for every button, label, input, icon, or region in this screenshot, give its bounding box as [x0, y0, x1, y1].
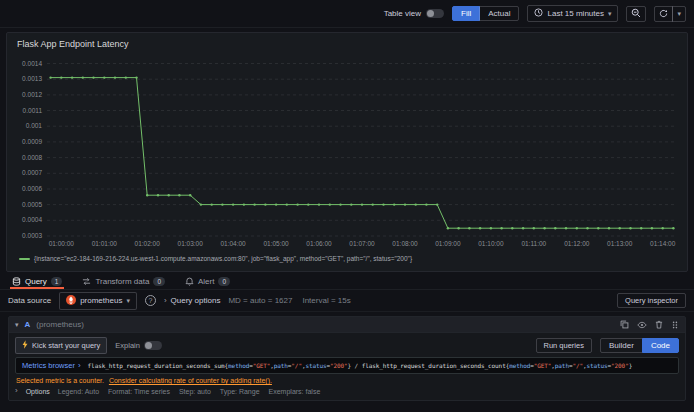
bell-icon	[185, 277, 194, 286]
query-options-label: Query options	[171, 296, 221, 305]
svg-text:0.0012: 0.0012	[22, 91, 42, 98]
builder-code-toggle: Builder Code	[600, 338, 679, 353]
svg-text:0.0007: 0.0007	[22, 169, 42, 176]
explain-toggle-group: Explain	[115, 341, 162, 350]
latency-chart[interactable]: 0.00140.00130.00120.00110.0010.00090.000…	[13, 52, 679, 250]
svg-text:01:04:00: 01:04:00	[220, 240, 246, 247]
refresh-button-group: ▾	[654, 6, 686, 22]
svg-text:0.0014: 0.0014	[22, 60, 42, 67]
fill-button[interactable]: Fill	[452, 6, 480, 21]
query-row-header[interactable]: ▾ A (prometheus)	[9, 317, 685, 333]
chart-legend[interactable]: {instance="ec2-184-169-216-224.us-west-1…	[13, 255, 681, 262]
svg-text:01:03:00: 01:03:00	[178, 240, 204, 247]
svg-text:0.0011: 0.0011	[23, 107, 43, 114]
run-queries-button[interactable]: Run queries	[536, 338, 592, 353]
panel-editor-topbar: Table view Fill Actual Last 15 minutes ▾…	[0, 0, 694, 28]
builder-mode-button[interactable]: Builder	[600, 338, 643, 353]
query-options-toggle[interactable]: › Query options	[164, 296, 220, 305]
refresh-interval-dropdown[interactable]: ▾	[672, 6, 686, 22]
legend-series-label: {instance="ec2-184-169-216-224.us-west-1…	[34, 255, 412, 262]
query-row-actions	[620, 320, 679, 329]
panel-title: Flask App Endpoint Latency	[13, 37, 681, 52]
remove-query-icon[interactable]	[655, 320, 663, 329]
query-inspector-button[interactable]: Query inspector	[617, 293, 686, 308]
time-range-picker[interactable]: Last 15 minutes ▾	[527, 5, 618, 22]
prometheus-icon	[66, 295, 76, 307]
tab-transform-data[interactable]: Transform data0	[80, 277, 167, 289]
chevron-right-icon: ›	[15, 387, 18, 395]
kick-start-label: Kick start your query	[32, 341, 100, 350]
svg-text:01:14:00: 01:14:00	[650, 240, 676, 247]
counter-warning: Selected metric is a counter. Consider c…	[15, 377, 679, 384]
zoom-out-button[interactable]	[626, 6, 646, 22]
drag-handle-icon[interactable]	[671, 321, 679, 329]
warning-rate-link[interactable]: Consider calculating rate of counter by …	[109, 377, 272, 384]
chevron-down-icon: ▾	[608, 10, 612, 17]
bolt-icon	[22, 340, 28, 351]
refresh-button[interactable]	[654, 6, 673, 22]
tab-label: Transform data	[95, 277, 149, 286]
svg-text:0.0004: 0.0004	[22, 216, 42, 223]
options-summary: Legend: AutoFormat: Time seriesStep: aut…	[58, 388, 330, 395]
explain-switch[interactable]	[144, 341, 162, 350]
query-options-summary-item: MD = auto = 1627	[228, 296, 292, 305]
query-datasource-hint: (prometheus)	[36, 320, 84, 329]
promql-expression[interactable]: flask_http_request_duration_seconds_sum{…	[88, 362, 633, 369]
svg-text:01:10:00: 01:10:00	[478, 240, 504, 247]
svg-text:01:12:00: 01:12:00	[564, 240, 590, 247]
svg-text:01:06:00: 01:06:00	[306, 240, 332, 247]
query-ref-id: A	[25, 320, 31, 329]
database-icon	[12, 277, 21, 286]
tab-label: Query	[25, 277, 47, 286]
svg-text:0.0009: 0.0009	[22, 138, 42, 145]
explain-label: Explain	[115, 341, 140, 350]
svg-text:01:05:00: 01:05:00	[263, 240, 289, 247]
svg-text:01:11:00: 01:11:00	[521, 240, 546, 247]
query-options-summary-item: Interval = 15s	[302, 296, 350, 305]
refresh-icon	[659, 6, 668, 21]
tab-count-badge: 1	[51, 277, 63, 286]
duplicate-query-icon[interactable]	[620, 320, 629, 329]
svg-text:0.0008: 0.0008	[22, 154, 42, 161]
svg-text:0.001: 0.001	[26, 122, 43, 129]
chevron-right-icon: ›	[78, 362, 81, 370]
svg-text:0.0013: 0.0013	[22, 75, 42, 82]
search-minus-icon	[631, 6, 641, 21]
svg-text:0.0005: 0.0005	[22, 201, 42, 208]
hide-query-icon[interactable]	[637, 321, 647, 329]
tab-label: Alert	[198, 277, 214, 286]
svg-text:01:01:00: 01:01:00	[92, 240, 118, 247]
datasource-bar: Data source prometheus ▾ ? › Query optio…	[0, 290, 694, 312]
tab-count-badge: 0	[218, 277, 230, 286]
svg-text:01:13:00: 01:13:00	[607, 240, 633, 247]
table-view-switch[interactable]	[426, 9, 444, 18]
datasource-picker[interactable]: prometheus ▾	[59, 292, 137, 310]
svg-text:01:02:00: 01:02:00	[135, 240, 161, 247]
metrics-browser-label: Metrics browser	[22, 361, 75, 370]
svg-text:0.0006: 0.0006	[22, 185, 42, 192]
actual-button[interactable]: Actual	[479, 6, 519, 21]
tab-query[interactable]: Query1	[10, 277, 64, 289]
tab-count-badge: 0	[153, 277, 165, 286]
code-mode-button[interactable]: Code	[642, 338, 679, 353]
svg-text:0.0003: 0.0003	[22, 232, 42, 239]
datasource-help-icon[interactable]: ?	[145, 295, 156, 306]
table-view-toggle-group: Table view	[384, 9, 444, 18]
query-code-editor[interactable]: Metrics browser › flask_http_request_dur…	[15, 357, 679, 374]
editor-tabs: Query1Transform data0Alert0	[0, 272, 694, 290]
collapse-icon[interactable]: ▾	[15, 321, 19, 328]
query-options-summary: MD = auto = 1627Interval = 15s	[228, 296, 350, 305]
legend-series-swatch	[19, 258, 30, 260]
svg-text:01:09:00: 01:09:00	[435, 240, 461, 247]
query-editor-body: Kick start your query Explain Run querie…	[9, 333, 685, 400]
query-toolbar: Kick start your query Explain Run querie…	[15, 337, 679, 354]
tab-alert[interactable]: Alert0	[183, 277, 232, 289]
metrics-browser-toggle[interactable]: Metrics browser ›	[22, 361, 81, 370]
svg-text:01:08:00: 01:08:00	[392, 240, 418, 247]
transform-icon	[82, 277, 91, 286]
options-label: Options	[26, 388, 50, 395]
chevron-right-icon: ›	[164, 297, 167, 305]
kick-start-button[interactable]: Kick start your query	[15, 337, 107, 354]
datasource-name: prometheus	[80, 296, 122, 305]
query-options-row[interactable]: › Options Legend: AutoFormat: Time serie…	[15, 387, 679, 395]
